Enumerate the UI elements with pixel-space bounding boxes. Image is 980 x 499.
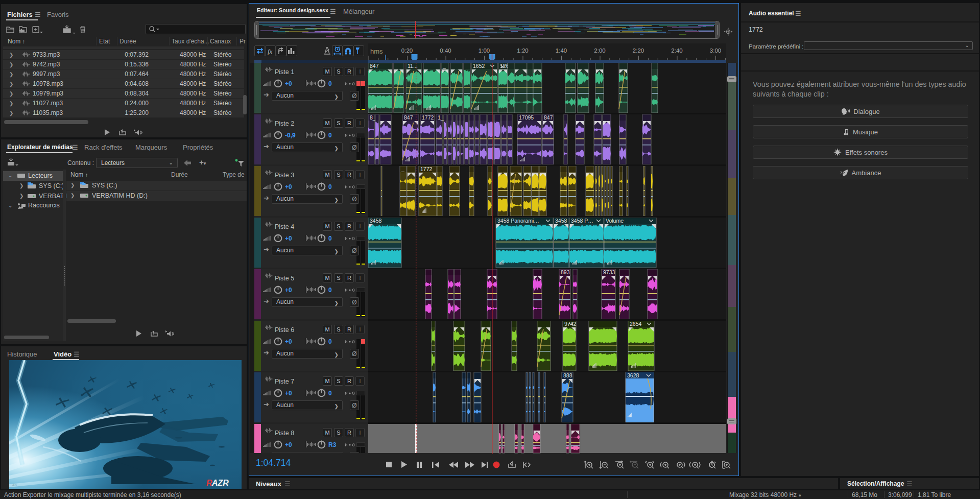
svg-text:2:00: 2:00: [594, 47, 605, 54]
svg-text:AZR: AZR: [211, 479, 229, 487]
svg-text:1772: 1772: [420, 166, 433, 172]
svg-text:2:20: 2:20: [633, 47, 644, 54]
svg-text:3458 Panorami…: 3458 Panorami…: [497, 218, 539, 224]
svg-text:4K: 4K: [12, 483, 17, 487]
svg-text:_: _: [401, 166, 404, 172]
svg-text:Volume: Volume: [606, 218, 624, 224]
svg-text:847: 847: [404, 114, 413, 121]
svg-text:2:40: 2:40: [671, 47, 682, 54]
svg-text:17095: 17095: [519, 114, 534, 121]
svg-text:888: 888: [563, 372, 572, 378]
svg-text:3458 P…: 3458 P…: [571, 218, 593, 224]
svg-text:3458: 3458: [370, 218, 382, 224]
svg-text:2654: 2654: [630, 321, 642, 327]
svg-text:1_: 1_: [438, 114, 444, 121]
svg-text:3628: 3628: [627, 372, 639, 378]
svg-text:3:00: 3:00: [710, 47, 721, 54]
svg-text:8_: 8_: [370, 114, 376, 121]
svg-text:0:40: 0:40: [440, 47, 451, 54]
svg-text:fx: fx: [268, 47, 273, 55]
svg-text:0:20: 0:20: [401, 47, 413, 54]
svg-text:1652: 1652: [473, 63, 485, 69]
svg-text:847: 847: [370, 63, 379, 69]
svg-text:893: 893: [561, 269, 570, 275]
svg-text:1772: 1772: [422, 114, 434, 121]
svg-text:1:00: 1:00: [479, 47, 490, 54]
svg-text:1:40: 1:40: [556, 47, 567, 54]
svg-text:847: 847: [544, 114, 553, 121]
svg-text:9733: 9733: [603, 269, 615, 275]
svg-text:_: _: [442, 63, 446, 69]
svg-text:3458: 3458: [555, 218, 567, 224]
svg-text:1:20: 1:20: [517, 47, 528, 54]
